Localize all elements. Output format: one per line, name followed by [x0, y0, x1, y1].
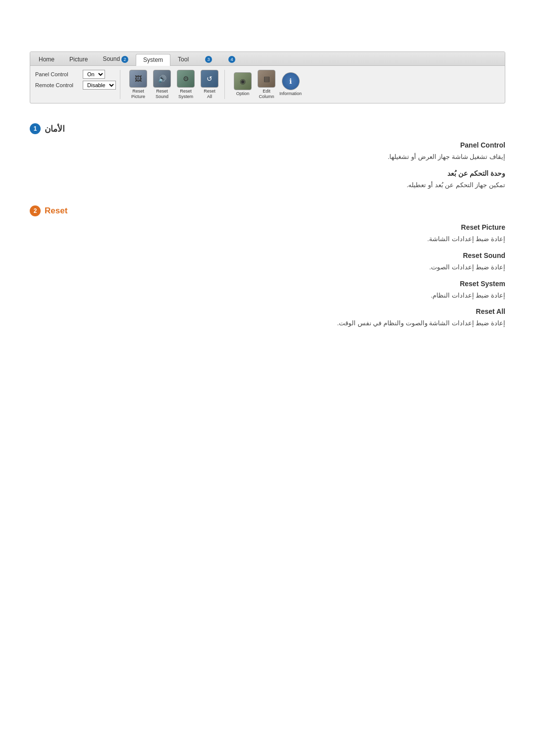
- dropdown-label: Panel Control: [35, 71, 80, 77]
- section-badge-reset: 2: [30, 205, 41, 216]
- section-heading-reset: Reset2: [30, 205, 505, 216]
- section-heading-security: الأمان1: [30, 123, 505, 134]
- subsection-title-3: Reset All: [30, 307, 505, 315]
- section-reset: Reset2Reset Pictureإعادة ضبط إعدادات الش…: [30, 205, 505, 329]
- subsection-description-2: إعادة ضبط إعدادات النظام.: [30, 291, 505, 301]
- information-label: Information: [279, 91, 302, 97]
- section-badge-security: 1: [30, 123, 41, 134]
- subsection-description-3: إعادة ضبط إعدادات الشاشة والصوت والنظام …: [30, 318, 505, 329]
- subsection-description-1: تمكين جهاز التحكم عن بُعد أو تعطيله.: [30, 180, 505, 191]
- reset-system-icon: ⚙: [177, 70, 195, 88]
- subsection-description-1: إعادة ضبط إعدادات الصوت.: [30, 262, 505, 273]
- page-container: HomePictureSound2SystemTool34 Panel Cont…: [0, 0, 535, 373]
- subsection-description-0: إعادة ضبط إعدادات الشاشة.: [30, 234, 505, 245]
- button-group-group-tools: ◉Option▤Edit ColumnℹInformation: [228, 70, 306, 100]
- dropdown-select-panel-control[interactable]: OnOff: [83, 70, 105, 79]
- dropdown-row-panel-control: Panel ControlOnOff: [35, 70, 116, 79]
- menu-tab-home[interactable]: Home: [31, 53, 62, 65]
- menu-tab-label: Home: [39, 56, 54, 63]
- reset-picture-icon: 🖼: [129, 70, 147, 88]
- subsection-title-1: وحدة التحكم عن بُعد: [30, 169, 505, 177]
- icon-btn-reset-picture[interactable]: 🖼Reset Picture: [127, 70, 149, 100]
- subsection-title-0: Reset Picture: [30, 223, 505, 231]
- reset-sound-icon: 🔊: [153, 70, 171, 88]
- button-group-group-reset: 🖼Reset Picture🔊Reset Sound⚙Reset System↺…: [123, 70, 225, 100]
- menu-tab-system[interactable]: System: [136, 54, 170, 66]
- icon-btn-edit-column[interactable]: ▤Edit Column: [256, 70, 277, 100]
- icon-btn-reset-sound[interactable]: 🔊Reset Sound: [151, 70, 173, 100]
- reset-all-icon: ↺: [201, 70, 218, 88]
- option-label: Option: [236, 91, 250, 97]
- section-title-reset: Reset: [45, 206, 67, 216]
- menu-tab-group4[interactable]: 4: [219, 53, 243, 65]
- edit-column-icon: ▤: [258, 70, 275, 88]
- icon-btn-option[interactable]: ◉Option: [232, 72, 254, 97]
- left-panel: Panel ControlOnOffRemote ControlDisableE…: [35, 70, 120, 100]
- dropdown-row-remote-control: Remote ControlDisableEnable: [35, 81, 116, 90]
- reset-system-label: Reset System: [178, 89, 193, 100]
- edit-column-label: Edit Column: [259, 89, 274, 100]
- reset-sound-label: Reset Sound: [156, 89, 168, 100]
- icon-btn-reset-system[interactable]: ⚙Reset System: [175, 70, 197, 100]
- subsection-title-1: Reset Sound: [30, 252, 505, 259]
- menu-tab-label: Sound: [103, 55, 120, 62]
- menu-tab-label: Tool: [178, 56, 189, 63]
- menu-tab-sound[interactable]: Sound2: [95, 53, 136, 65]
- icon-btn-information[interactable]: ℹInformation: [279, 72, 302, 97]
- dropdown-label: Remote Control: [35, 82, 80, 88]
- icon-btn-reset-all[interactable]: ↺Reset All: [199, 70, 220, 100]
- menu-tab-picture[interactable]: Picture: [62, 53, 95, 65]
- tab-badge: 2: [121, 56, 128, 63]
- subsection-title-2: Reset System: [30, 280, 505, 288]
- subsection-description-0: إيقاف تشغيل شاشة جهاز العرض أو تشغيلها.: [30, 152, 505, 162]
- menu-tab-label: Picture: [69, 56, 88, 63]
- information-icon: ℹ: [282, 72, 300, 90]
- section-security: الأمان1Panel Controlإيقاف تشغيل شاشة جها…: [30, 123, 505, 191]
- menu-tabs: HomePictureSound2SystemTool34: [30, 52, 505, 66]
- menu-tab-group3[interactable]: 3: [196, 53, 219, 65]
- subsection-title-0: Panel Control: [30, 141, 505, 149]
- reset-all-label: Reset All: [204, 89, 215, 100]
- section-title-security: الأمان: [45, 124, 65, 134]
- reset-picture-label: Reset Picture: [131, 89, 145, 100]
- option-icon: ◉: [234, 72, 252, 90]
- tab-badge: 4: [228, 56, 235, 63]
- sections-container: الأمان1Panel Controlإيقاف تشغيل شاشة جها…: [30, 123, 505, 329]
- menu-content: Panel ControlOnOffRemote ControlDisableE…: [30, 66, 505, 103]
- tab-badge: 3: [205, 56, 212, 63]
- menu-tab-label: System: [143, 56, 163, 63]
- menu-tab-tool[interactable]: Tool: [170, 53, 196, 65]
- menu-bar: HomePictureSound2SystemTool34 Panel Cont…: [30, 51, 505, 103]
- dropdown-select-remote-control[interactable]: DisableEnable: [83, 81, 116, 90]
